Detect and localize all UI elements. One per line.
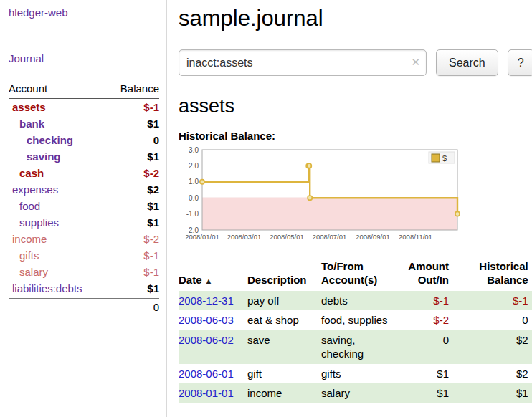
- account-link[interactable]: gifts: [19, 249, 39, 262]
- data-point-marker: [455, 211, 460, 216]
- main-content: sample.journal ✕ Search ? assets Histori…: [167, 0, 532, 417]
- transaction-date-cell: 2008-12-31: [179, 291, 247, 311]
- account-row: liabilities:debts$1: [9, 280, 159, 298]
- sidebar-nav: Journal: [9, 52, 159, 64]
- x-axis-tick-label: 2008/09/01: [356, 233, 390, 241]
- account-link[interactable]: saving: [27, 150, 61, 163]
- transaction-description: gift: [247, 364, 321, 384]
- transaction-description: save: [247, 330, 321, 364]
- register-header-row: Date▲ Description To/From Account(s) Amo…: [179, 259, 532, 291]
- transaction-description: pay off: [247, 291, 321, 311]
- accounts-header-account: Account: [9, 81, 107, 99]
- account-name-cell: saving: [9, 148, 107, 165]
- accounts-total-row: 0: [9, 298, 159, 316]
- account-name-cell: supplies: [9, 214, 107, 231]
- account-balance: $-1: [107, 264, 159, 280]
- account-balance: $-2: [107, 165, 159, 181]
- transaction-balance: $2: [455, 364, 532, 384]
- account-name-cell: assets: [9, 99, 107, 116]
- search-input[interactable]: [179, 49, 427, 76]
- accounts-table: Account Balance assets$-1bank$1checking0…: [9, 81, 159, 315]
- search-button[interactable]: Search: [436, 49, 498, 76]
- transaction-date-link[interactable]: 2008-01-01: [179, 387, 234, 399]
- account-link[interactable]: checking: [27, 134, 73, 146]
- account-balance: $1: [107, 198, 159, 214]
- x-axis-tick-label: 2008/03/01: [227, 233, 262, 241]
- transaction-balance: 0: [455, 310, 532, 330]
- account-name-cell: bank: [9, 115, 107, 132]
- account-name-cell: income: [9, 231, 107, 247]
- transaction-date-link[interactable]: 2008-06-03: [179, 314, 234, 326]
- account-row: supplies$1: [9, 214, 159, 231]
- account-balance: $1: [107, 115, 159, 132]
- account-balance: $2: [107, 181, 159, 198]
- search-input-wrap: ✕: [179, 49, 427, 76]
- register-header-description: Description: [247, 259, 321, 291]
- negative-region: [202, 198, 457, 230]
- register-header-accounts: To/From Account(s): [321, 259, 399, 291]
- data-point-marker: [200, 180, 204, 184]
- transaction-accounts: debts: [321, 291, 399, 311]
- account-name-cell: food: [9, 198, 107, 214]
- transaction-date-link[interactable]: 2008-12-31: [179, 294, 234, 307]
- account-row: food$1: [9, 198, 159, 214]
- transaction-amount: $-2: [399, 310, 455, 330]
- chart-canvas: 3.02.01.00.0-1.0-2.02008/01/012008/03/01…: [179, 145, 462, 247]
- account-row: cash$-2: [9, 165, 159, 181]
- account-link[interactable]: salary: [19, 266, 48, 278]
- accounts-header-row: Account Balance: [9, 81, 159, 99]
- x-axis-tick-label: 2008/01/01: [185, 233, 219, 241]
- accounts-total-value: 0: [107, 298, 159, 316]
- x-axis-tick-label: 2008/07/01: [313, 233, 347, 241]
- historical-balance-chart: 3.02.01.00.0-1.0-2.02008/01/012008/03/01…: [179, 145, 532, 249]
- account-link[interactable]: liabilities:debts: [12, 282, 82, 294]
- y-axis-tick-label: 3.0: [189, 146, 199, 154]
- transaction-date-link[interactable]: 2008-06-02: [179, 334, 234, 346]
- account-name-cell: gifts: [9, 247, 107, 264]
- sidebar: hledger-web Journal Account Balance asse…: [0, 0, 167, 417]
- account-link[interactable]: income: [12, 233, 47, 245]
- transaction-accounts: gifts: [321, 364, 399, 384]
- y-axis-tick-label: 2.0: [189, 162, 199, 170]
- account-row: saving$1: [9, 148, 159, 165]
- transaction-date-cell: 2008-06-01: [179, 364, 247, 384]
- account-balance: $-1: [107, 99, 159, 116]
- transaction-row: 2008-01-01incomesalary$1$1: [179, 383, 532, 403]
- register-header-amount: Amount Out/In: [399, 259, 455, 291]
- transaction-date-cell: 2008-01-01: [179, 383, 247, 403]
- register-header-balance: Historical Balance: [455, 259, 532, 291]
- account-link[interactable]: bank: [19, 118, 44, 130]
- account-name-cell: salary: [9, 264, 107, 280]
- transaction-date-link[interactable]: 2008-06-01: [179, 368, 234, 380]
- clear-search-icon[interactable]: ✕: [411, 56, 420, 69]
- account-link[interactable]: food: [19, 200, 40, 212]
- page: hledger-web Journal Account Balance asse…: [0, 0, 532, 417]
- search-bar: ✕ Search ?: [179, 49, 532, 76]
- account-link[interactable]: expenses: [12, 183, 58, 196]
- chart-label: Historical Balance:: [179, 130, 532, 142]
- help-button[interactable]: ?: [508, 49, 532, 76]
- transaction-accounts: food, supplies: [321, 310, 399, 330]
- accounts-total-spacer: [9, 298, 107, 316]
- account-row: expenses$2: [9, 181, 159, 198]
- register-header-date[interactable]: Date▲: [179, 259, 247, 291]
- transaction-description: income: [247, 383, 321, 403]
- transaction-balance: $2: [455, 330, 532, 364]
- account-link[interactable]: assets: [12, 101, 46, 113]
- app-title-link[interactable]: hledger-web: [9, 6, 68, 19]
- transaction-description: eat & shop: [247, 310, 321, 330]
- transaction-date-cell: 2008-06-02: [179, 330, 247, 364]
- account-name-cell: liabilities:debts: [9, 280, 107, 298]
- account-balance: $-1: [107, 247, 159, 264]
- account-row: gifts$-1: [9, 247, 159, 264]
- transaction-amount: $-1: [399, 291, 455, 311]
- y-axis-tick-label: 1.0: [189, 178, 199, 186]
- transaction-amount: $1: [399, 364, 455, 384]
- account-link[interactable]: supplies: [19, 216, 59, 229]
- transaction-date-cell: 2008-06-03: [179, 310, 247, 330]
- y-axis-tick-label: 0.0: [189, 194, 199, 202]
- account-row: income$-2: [9, 231, 159, 247]
- journal-link[interactable]: Journal: [9, 52, 44, 64]
- account-link[interactable]: cash: [19, 167, 44, 179]
- page-title: sample.journal: [179, 6, 532, 32]
